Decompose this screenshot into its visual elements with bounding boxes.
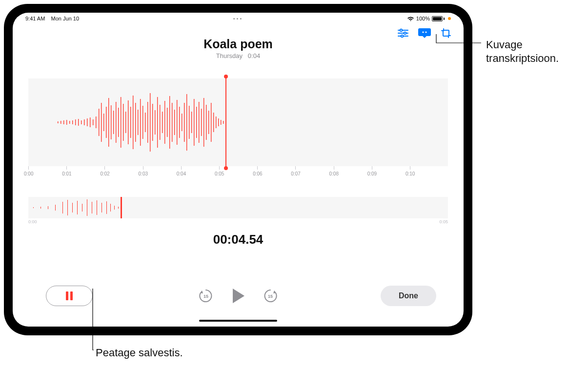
callout-pause: Peatage salvestis. <box>96 346 183 360</box>
callout-transcript: Kuvage transkriptsioon. <box>486 38 588 65</box>
